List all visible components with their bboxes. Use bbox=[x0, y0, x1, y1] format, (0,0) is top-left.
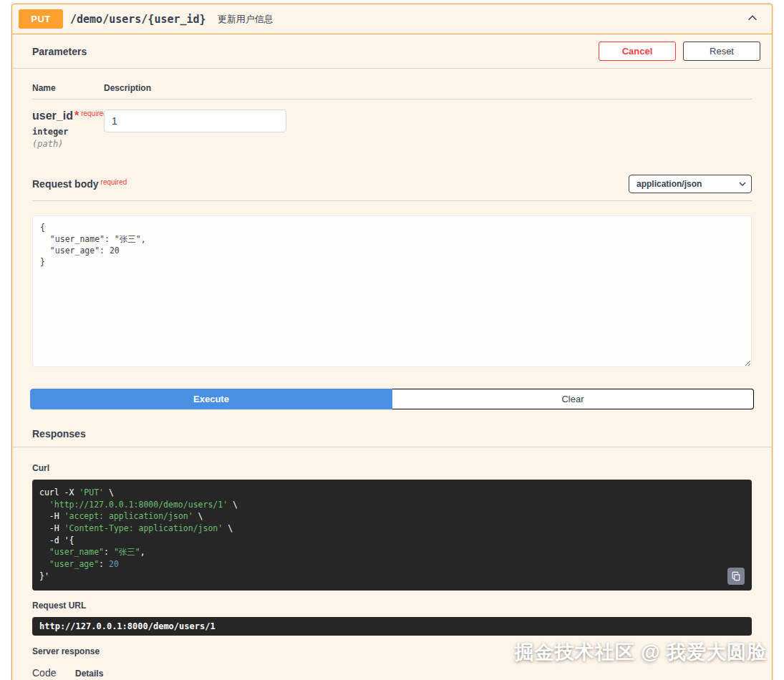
cancel-button[interactable]: Cancel bbox=[599, 42, 676, 61]
execute-row: Execute Clear bbox=[30, 389, 754, 409]
parameter-name: user_id*required bbox=[32, 110, 104, 122]
parameter-name-text: user_id bbox=[32, 110, 73, 122]
request-body-editor[interactable]: { "user_name": "张三", "user_age": 20 } bbox=[32, 215, 752, 367]
curl-command: curl -X 'PUT' \ 'http://127.0.0.1:8000/d… bbox=[39, 487, 723, 582]
user-id-input[interactable] bbox=[104, 110, 286, 132]
opblock-summary[interactable]: PUT /demo/users/{user_id} 更新用户信息 bbox=[12, 4, 772, 34]
content-type-select-wrap: application/json bbox=[629, 175, 752, 193]
server-response-label: Server response bbox=[32, 646, 752, 656]
parameter-meta: user_id*required integer (path) bbox=[32, 110, 104, 149]
copy-icon bbox=[731, 571, 741, 581]
clear-button[interactable]: Clear bbox=[392, 389, 754, 409]
request-body-label-text: Request body bbox=[32, 178, 99, 190]
tab-row: Parameters Cancel Reset bbox=[12, 34, 772, 69]
parameter-type: integer bbox=[32, 127, 104, 137]
endpoint-path: /demo/users/{user_id} bbox=[70, 13, 206, 26]
parameter-row: user_id*required integer (path) bbox=[32, 99, 752, 165]
collapse-button[interactable] bbox=[743, 9, 762, 29]
code-column-header: Code bbox=[32, 667, 75, 679]
description-column-header: Description bbox=[104, 83, 151, 93]
name-column-header: Name bbox=[32, 83, 104, 93]
http-method-badge: PUT bbox=[19, 9, 63, 29]
chevron-up-icon bbox=[746, 11, 759, 24]
opblock-put: PUT /demo/users/{user_id} 更新用户信息 Paramet… bbox=[11, 4, 773, 680]
request-url-label: Request URL bbox=[32, 601, 752, 611]
reset-button[interactable]: Reset bbox=[683, 42, 760, 61]
responses-section-title: Responses bbox=[12, 409, 772, 447]
curl-label: Curl bbox=[32, 463, 752, 473]
parameters-section: Name Description user_id*required intege… bbox=[12, 69, 772, 367]
endpoint-summary: 更新用户信息 bbox=[218, 13, 274, 26]
tab-parameters[interactable]: Parameters bbox=[32, 46, 87, 57]
curl-block: curl -X 'PUT' \ 'http://127.0.0.1:8000/d… bbox=[32, 480, 752, 591]
required-star: * bbox=[74, 110, 79, 122]
parameters-table-header: Name Description bbox=[32, 83, 752, 99]
request-body-required: required bbox=[101, 178, 127, 186]
response-table-header: Code Details bbox=[32, 663, 752, 680]
request-body-header: Request bodyrequired application/json bbox=[32, 165, 752, 201]
execute-button[interactable]: Execute bbox=[30, 389, 392, 409]
parameter-location: (path) bbox=[32, 139, 104, 149]
copy-curl-button[interactable] bbox=[727, 568, 745, 585]
request-body-label: Request bodyrequired bbox=[32, 178, 127, 190]
request-url-block: http://127.0.0.1:8000/demo/users/1 bbox=[32, 617, 752, 636]
details-column-header: Details bbox=[75, 669, 103, 679]
request-url-value: http://127.0.0.1:8000/demo/users/1 bbox=[39, 621, 216, 631]
responses-inner: Curl curl -X 'PUT' \ 'http://127.0.0.1:8… bbox=[12, 447, 772, 680]
parameter-value-cell bbox=[104, 110, 286, 149]
content-type-select[interactable]: application/json bbox=[629, 175, 752, 193]
